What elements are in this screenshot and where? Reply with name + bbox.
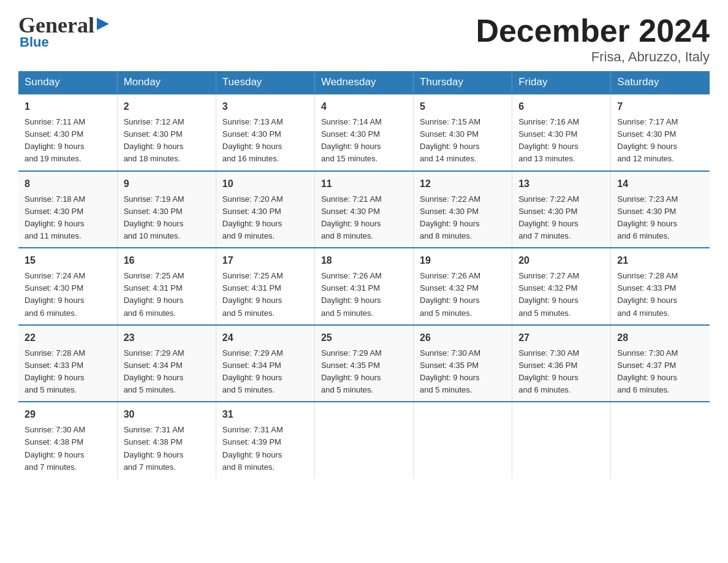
cell-info: Sunrise: 7:25 AM Sunset: 4:31 PM Dayligh… bbox=[222, 270, 308, 320]
day-number: 22 bbox=[25, 331, 111, 345]
cell-info: Sunrise: 7:30 AM Sunset: 4:37 PM Dayligh… bbox=[617, 347, 703, 397]
day-number: 29 bbox=[25, 407, 111, 422]
day-number: 5 bbox=[420, 99, 506, 114]
cell-info: Sunrise: 7:30 AM Sunset: 4:36 PM Dayligh… bbox=[518, 347, 604, 397]
cell-info: Sunrise: 7:30 AM Sunset: 4:38 PM Dayligh… bbox=[25, 424, 111, 473]
cell-info: Sunrise: 7:26 AM Sunset: 4:31 PM Dayligh… bbox=[321, 270, 407, 320]
day-number: 14 bbox=[617, 177, 703, 191]
calendar-cell: 10 Sunrise: 7:20 AM Sunset: 4:30 PM Dayl… bbox=[216, 171, 314, 248]
calendar-cell: 13 Sunrise: 7:22 AM Sunset: 4:30 PM Dayl… bbox=[512, 171, 611, 248]
calendar-cell: 16 Sunrise: 7:25 AM Sunset: 4:31 PM Dayl… bbox=[117, 248, 216, 325]
svg-marker-0 bbox=[97, 18, 109, 30]
calendar-cell: 7 Sunrise: 7:17 AM Sunset: 4:30 PM Dayli… bbox=[611, 94, 710, 171]
cell-info: Sunrise: 7:15 AM Sunset: 4:30 PM Dayligh… bbox=[420, 116, 506, 166]
cell-info: Sunrise: 7:16 AM Sunset: 4:30 PM Dayligh… bbox=[518, 116, 604, 166]
title-section: December 2024 Frisa, Abruzzo, Italy bbox=[476, 12, 710, 65]
cell-info: Sunrise: 7:31 AM Sunset: 4:39 PM Dayligh… bbox=[222, 424, 308, 473]
day-number: 25 bbox=[321, 331, 407, 345]
day-number: 12 bbox=[420, 177, 506, 191]
day-number: 30 bbox=[124, 407, 210, 422]
day-number: 10 bbox=[222, 177, 308, 191]
month-title: December 2024 bbox=[476, 12, 710, 49]
calendar-cell bbox=[611, 402, 710, 478]
cell-info: Sunrise: 7:20 AM Sunset: 4:30 PM Dayligh… bbox=[222, 193, 308, 243]
weekday-header-tuesday: Tuesday bbox=[216, 71, 314, 94]
week-row-2: 8 Sunrise: 7:18 AM Sunset: 4:30 PM Dayli… bbox=[18, 171, 710, 248]
day-number: 18 bbox=[321, 253, 407, 268]
day-number: 3 bbox=[222, 99, 308, 114]
week-row-5: 29 Sunrise: 7:30 AM Sunset: 4:38 PM Dayl… bbox=[18, 402, 710, 478]
calendar-cell: 25 Sunrise: 7:29 AM Sunset: 4:35 PM Dayl… bbox=[314, 325, 413, 402]
calendar-cell: 8 Sunrise: 7:18 AM Sunset: 4:30 PM Dayli… bbox=[18, 171, 117, 248]
cell-info: Sunrise: 7:25 AM Sunset: 4:31 PM Dayligh… bbox=[124, 270, 210, 320]
calendar-cell: 19 Sunrise: 7:26 AM Sunset: 4:32 PM Dayl… bbox=[414, 248, 512, 325]
day-number: 28 bbox=[617, 331, 703, 345]
calendar-cell: 20 Sunrise: 7:27 AM Sunset: 4:32 PM Dayl… bbox=[512, 248, 611, 325]
calendar-cell: 1 Sunrise: 7:11 AM Sunset: 4:30 PM Dayli… bbox=[18, 94, 117, 171]
cell-info: Sunrise: 7:18 AM Sunset: 4:30 PM Dayligh… bbox=[25, 193, 111, 243]
weekday-header-thursday: Thursday bbox=[414, 71, 512, 94]
cell-info: Sunrise: 7:30 AM Sunset: 4:35 PM Dayligh… bbox=[420, 347, 506, 397]
day-number: 7 bbox=[617, 99, 703, 114]
day-number: 8 bbox=[25, 177, 111, 191]
calendar-table: SundayMondayTuesdayWednesdayThursdayFrid… bbox=[18, 71, 710, 478]
weekday-header-sunday: Sunday bbox=[18, 71, 117, 94]
day-number: 20 bbox=[518, 253, 604, 268]
calendar-cell: 23 Sunrise: 7:29 AM Sunset: 4:34 PM Dayl… bbox=[117, 325, 216, 402]
week-row-3: 15 Sunrise: 7:24 AM Sunset: 4:30 PM Dayl… bbox=[18, 248, 710, 325]
weekday-header-wednesday: Wednesday bbox=[314, 71, 413, 94]
day-number: 19 bbox=[420, 253, 506, 268]
weekday-header-monday: Monday bbox=[117, 71, 216, 94]
cell-info: Sunrise: 7:21 AM Sunset: 4:30 PM Dayligh… bbox=[321, 193, 407, 243]
calendar-cell: 9 Sunrise: 7:19 AM Sunset: 4:30 PM Dayli… bbox=[117, 171, 216, 248]
cell-info: Sunrise: 7:14 AM Sunset: 4:30 PM Dayligh… bbox=[321, 116, 407, 166]
day-number: 11 bbox=[321, 177, 407, 191]
day-number: 24 bbox=[222, 331, 308, 345]
cell-info: Sunrise: 7:11 AM Sunset: 4:30 PM Dayligh… bbox=[25, 116, 111, 166]
day-number: 4 bbox=[321, 99, 407, 114]
calendar-cell bbox=[512, 402, 611, 478]
day-number: 16 bbox=[124, 253, 210, 268]
calendar-cell: 15 Sunrise: 7:24 AM Sunset: 4:30 PM Dayl… bbox=[18, 248, 117, 325]
weekday-header-row: SundayMondayTuesdayWednesdayThursdayFrid… bbox=[18, 71, 710, 94]
day-number: 23 bbox=[124, 331, 210, 345]
cell-info: Sunrise: 7:29 AM Sunset: 4:34 PM Dayligh… bbox=[222, 347, 308, 397]
day-number: 13 bbox=[518, 177, 604, 191]
calendar-cell: 2 Sunrise: 7:12 AM Sunset: 4:30 PM Dayli… bbox=[117, 94, 216, 171]
calendar-cell: 29 Sunrise: 7:30 AM Sunset: 4:38 PM Dayl… bbox=[18, 402, 117, 478]
logo: General Blue bbox=[18, 12, 113, 50]
calendar-cell: 3 Sunrise: 7:13 AM Sunset: 4:30 PM Dayli… bbox=[216, 94, 314, 171]
day-number: 31 bbox=[222, 407, 308, 422]
weekday-header-friday: Friday bbox=[512, 71, 611, 94]
calendar-cell: 21 Sunrise: 7:28 AM Sunset: 4:33 PM Dayl… bbox=[611, 248, 710, 325]
cell-info: Sunrise: 7:28 AM Sunset: 4:33 PM Dayligh… bbox=[617, 270, 703, 320]
calendar-cell: 28 Sunrise: 7:30 AM Sunset: 4:37 PM Dayl… bbox=[611, 325, 710, 402]
calendar-cell: 6 Sunrise: 7:16 AM Sunset: 4:30 PM Dayli… bbox=[512, 94, 611, 171]
calendar-cell: 31 Sunrise: 7:31 AM Sunset: 4:39 PM Dayl… bbox=[216, 402, 314, 478]
calendar-cell: 17 Sunrise: 7:25 AM Sunset: 4:31 PM Dayl… bbox=[216, 248, 314, 325]
cell-info: Sunrise: 7:22 AM Sunset: 4:30 PM Dayligh… bbox=[518, 193, 604, 243]
cell-info: Sunrise: 7:31 AM Sunset: 4:38 PM Dayligh… bbox=[124, 424, 210, 473]
cell-info: Sunrise: 7:22 AM Sunset: 4:30 PM Dayligh… bbox=[420, 193, 506, 243]
cell-info: Sunrise: 7:29 AM Sunset: 4:35 PM Dayligh… bbox=[321, 347, 407, 397]
day-number: 21 bbox=[617, 253, 703, 268]
calendar-cell: 4 Sunrise: 7:14 AM Sunset: 4:30 PM Dayli… bbox=[314, 94, 413, 171]
calendar-cell: 22 Sunrise: 7:28 AM Sunset: 4:33 PM Dayl… bbox=[18, 325, 117, 402]
day-number: 17 bbox=[222, 253, 308, 268]
calendar-cell: 30 Sunrise: 7:31 AM Sunset: 4:38 PM Dayl… bbox=[117, 402, 216, 478]
cell-info: Sunrise: 7:28 AM Sunset: 4:33 PM Dayligh… bbox=[25, 347, 111, 397]
cell-info: Sunrise: 7:12 AM Sunset: 4:30 PM Dayligh… bbox=[124, 116, 210, 166]
calendar-cell: 5 Sunrise: 7:15 AM Sunset: 4:30 PM Dayli… bbox=[414, 94, 512, 171]
calendar-cell: 18 Sunrise: 7:26 AM Sunset: 4:31 PM Dayl… bbox=[314, 248, 413, 325]
day-number: 6 bbox=[518, 99, 604, 114]
calendar-cell: 14 Sunrise: 7:23 AM Sunset: 4:30 PM Dayl… bbox=[611, 171, 710, 248]
logo-blue: Blue bbox=[20, 34, 49, 50]
cell-info: Sunrise: 7:13 AM Sunset: 4:30 PM Dayligh… bbox=[222, 116, 308, 166]
week-row-1: 1 Sunrise: 7:11 AM Sunset: 4:30 PM Dayli… bbox=[18, 94, 710, 171]
calendar-cell: 27 Sunrise: 7:30 AM Sunset: 4:36 PM Dayl… bbox=[512, 325, 611, 402]
cell-info: Sunrise: 7:26 AM Sunset: 4:32 PM Dayligh… bbox=[420, 270, 506, 320]
day-number: 15 bbox=[25, 253, 111, 268]
location: Frisa, Abruzzo, Italy bbox=[476, 49, 710, 65]
calendar-cell: 12 Sunrise: 7:22 AM Sunset: 4:30 PM Dayl… bbox=[414, 171, 512, 248]
day-number: 9 bbox=[124, 177, 210, 191]
